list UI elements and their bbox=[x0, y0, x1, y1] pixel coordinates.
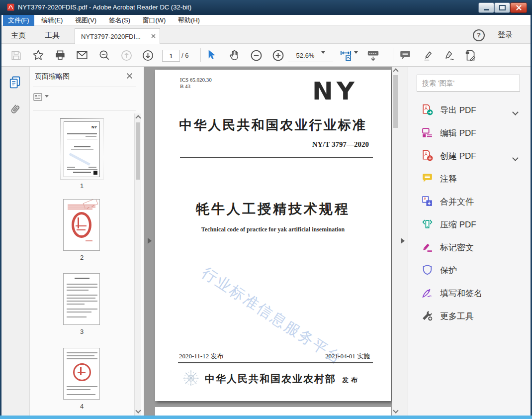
minimize-button[interactable] bbox=[478, 2, 494, 13]
close-icon bbox=[126, 73, 133, 79]
menu-edit[interactable]: 编辑(E) bbox=[36, 15, 68, 26]
header-rule bbox=[180, 157, 373, 158]
previous-page-button[interactable] bbox=[119, 48, 134, 63]
tools-search-input[interactable] bbox=[417, 75, 520, 92]
save-button[interactable] bbox=[8, 48, 23, 63]
menu-file[interactable]: 文件(F) bbox=[3, 15, 34, 26]
navigation-icon-strip bbox=[0, 67, 30, 416]
menu-help[interactable]: 帮助(H) bbox=[173, 15, 205, 26]
zoom-out-button[interactable] bbox=[249, 48, 264, 63]
toolbar: / 6 52.6% bbox=[0, 44, 532, 67]
arrow-down-circle-icon bbox=[141, 49, 155, 62]
thumbnail-page-1[interactable]: NY bbox=[60, 118, 103, 180]
scroll-up-icon[interactable] bbox=[393, 68, 398, 74]
close-button[interactable] bbox=[510, 2, 527, 13]
comment-button[interactable] bbox=[398, 48, 413, 63]
comment-bubble-icon bbox=[399, 49, 412, 62]
pages-icon bbox=[7, 75, 22, 90]
document-scrollbar[interactable] bbox=[392, 67, 399, 416]
title-bar: NYT3797-2020FDIS.pdf - Adobe Acrobat Rea… bbox=[0, 0, 532, 15]
save-icon bbox=[10, 49, 22, 62]
reading-mode-button[interactable] bbox=[365, 48, 380, 63]
tool-redact[interactable]: 标记密文 bbox=[408, 236, 532, 259]
edit-pdf-icon bbox=[421, 126, 434, 139]
thumbnails-scrollbar[interactable] bbox=[134, 113, 141, 416]
right-panel-collapse-handle[interactable] bbox=[401, 238, 405, 244]
ics-code: ICS 65.020.30 B 43 bbox=[180, 77, 212, 90]
thumbnail-page-2[interactable] bbox=[63, 199, 100, 251]
tab-tools[interactable]: 工具 bbox=[45, 31, 60, 40]
chevron-down-icon bbox=[513, 153, 518, 162]
minimize-icon bbox=[484, 9, 489, 10]
tab-home[interactable]: 主页 bbox=[11, 31, 26, 40]
scroll-down-icon[interactable] bbox=[135, 408, 141, 413]
search-button[interactable] bbox=[97, 48, 112, 63]
tool-more-tools[interactable]: 更多工具 bbox=[408, 305, 532, 327]
menu-view[interactable]: 视图(V) bbox=[70, 15, 101, 26]
thumbnails-panel: 页面缩略图 NY bbox=[30, 67, 144, 416]
thumbnail-page-3[interactable] bbox=[63, 273, 100, 325]
fit-width-button[interactable] bbox=[338, 48, 353, 63]
window-border-bottom bbox=[0, 416, 532, 419]
fit-dropdown-arrow[interactable] bbox=[354, 54, 358, 63]
thumbnail-options-button[interactable] bbox=[33, 92, 49, 102]
window-border-left bbox=[0, 15, 1, 416]
next-page-button[interactable] bbox=[140, 48, 155, 63]
minus-circle-icon bbox=[250, 49, 263, 62]
tool-compress-pdf[interactable]: 压缩 PDF bbox=[408, 213, 532, 236]
maximize-button[interactable] bbox=[494, 2, 510, 13]
zoom-level-value[interactable]: 52.6% bbox=[292, 52, 318, 59]
menu-window[interactable]: 窗口(W) bbox=[137, 15, 171, 26]
email-button[interactable] bbox=[75, 48, 89, 63]
tool-export-pdf[interactable]: 导出 PDF bbox=[408, 99, 532, 121]
tool-protect[interactable]: 保护 bbox=[408, 259, 532, 282]
close-icon bbox=[516, 5, 522, 10]
options-list-icon bbox=[33, 92, 43, 102]
comment-tool-icon bbox=[421, 172, 434, 185]
zoom-control-underline bbox=[288, 62, 333, 62]
page-count-label: / 6 bbox=[181, 52, 188, 59]
tab-document[interactable]: NYT3797-2020FDI... bbox=[75, 28, 160, 44]
highlight-button[interactable] bbox=[420, 48, 435, 63]
thumbnail-page-number: 3 bbox=[60, 328, 103, 335]
attachments-panel-button[interactable] bbox=[7, 102, 23, 117]
sign-button[interactable] bbox=[442, 48, 456, 63]
zoom-in-button[interactable] bbox=[270, 48, 285, 63]
search-icon bbox=[98, 49, 111, 62]
star-icon bbox=[32, 49, 45, 62]
thumbnail-page-number: 2 bbox=[60, 254, 103, 261]
thumbnail-page-number: 4 bbox=[60, 403, 103, 410]
tool-combine-files[interactable]: 合并文件 bbox=[408, 190, 532, 213]
tool-create-pdf[interactable]: 创建 PDF bbox=[408, 144, 532, 167]
scroll-up-icon[interactable] bbox=[135, 115, 141, 120]
export-pdf-icon bbox=[421, 104, 434, 116]
print-button[interactable] bbox=[53, 48, 68, 63]
close-icon bbox=[151, 34, 156, 38]
chevron-down-icon bbox=[354, 51, 358, 64]
help-button[interactable]: ? bbox=[473, 29, 485, 41]
tab-close-button[interactable] bbox=[151, 34, 156, 38]
scrollbar-thumb[interactable] bbox=[136, 122, 140, 180]
scroll-down-icon[interactable] bbox=[393, 408, 398, 413]
footer-rule bbox=[178, 362, 373, 363]
hand-tool-button[interactable] bbox=[226, 48, 241, 63]
login-button[interactable]: 登录 bbox=[498, 30, 513, 40]
tool-comment[interactable]: 注释 bbox=[408, 167, 532, 190]
stamp-tool-button[interactable] bbox=[463, 48, 478, 63]
select-tool-button[interactable] bbox=[203, 48, 218, 63]
menu-sign[interactable]: 签名(S) bbox=[104, 15, 135, 26]
tool-fill-sign[interactable]: 填写和签名 bbox=[408, 282, 532, 305]
page-number-input[interactable] bbox=[162, 50, 180, 62]
create-pdf-icon bbox=[421, 149, 434, 162]
favorite-star-button[interactable] bbox=[31, 48, 46, 63]
ministry-emblem-icon bbox=[181, 368, 201, 388]
left-panel-collapse-handle[interactable] bbox=[148, 238, 152, 244]
window-title: NYT3797-2020FDIS.pdf - Adobe Acrobat Rea… bbox=[18, 3, 191, 11]
panel-close-button[interactable] bbox=[126, 73, 133, 79]
tool-edit-pdf[interactable]: 编辑 PDF bbox=[408, 121, 532, 144]
page-thumbnails-panel-button[interactable] bbox=[7, 75, 23, 91]
scrollbar-thumb[interactable] bbox=[393, 75, 398, 128]
combine-files-icon bbox=[421, 195, 434, 208]
main-area: 页面缩略图 NY bbox=[0, 67, 532, 416]
thumbnail-page-4[interactable] bbox=[63, 348, 100, 400]
